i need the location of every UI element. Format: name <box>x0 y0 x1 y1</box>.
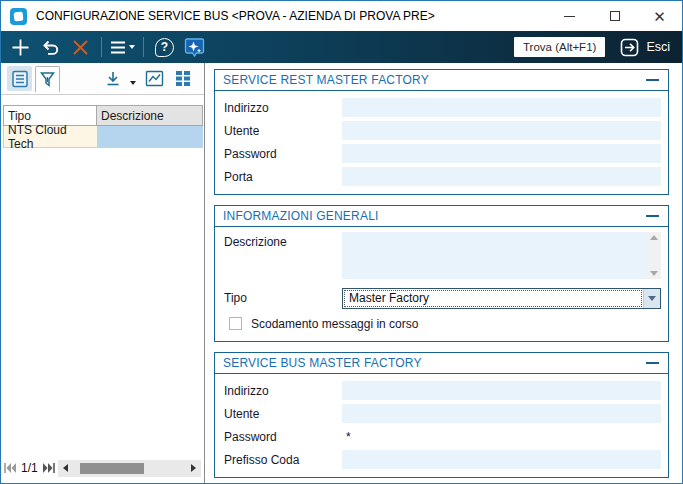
left-subtoolbar-right-group <box>100 66 198 91</box>
minimize-icon <box>564 16 575 17</box>
hamburger-icon <box>110 41 126 54</box>
first-record-icon[interactable] <box>4 463 16 473</box>
menu-caret-icon <box>129 45 135 49</box>
minus-icon <box>646 362 659 364</box>
collapse-section-button[interactable] <box>645 209 659 223</box>
delete-x-icon <box>72 39 89 56</box>
descrizione-textarea[interactable] <box>342 232 661 279</box>
minimize-button[interactable] <box>547 1 592 31</box>
window-title: CONFIGURAZIONE SERVICE BUS <PROVA - AZIE… <box>36 9 547 23</box>
chart-view-button[interactable] <box>142 66 167 91</box>
password-rest-input[interactable] <box>342 144 661 163</box>
collapse-section-button[interactable] <box>645 73 659 87</box>
records-table: Tipo Descrizione NTS Cloud Tech <box>1 95 204 148</box>
list-icon <box>11 70 29 88</box>
indirizzo-bus-input[interactable] <box>342 381 661 400</box>
utente-bus-input[interactable] <box>342 404 661 423</box>
field-row: Utente <box>224 402 661 425</box>
section-body: Descrizione Tipo Master Factory <box>215 227 668 341</box>
field-label-porta: Porta <box>224 170 342 184</box>
menu-button[interactable] <box>109 34 136 60</box>
title-bar: CONFIGURAZIONE SERVICE BUS <PROVA - AZIE… <box>1 1 682 31</box>
scrollbar-thumb[interactable] <box>80 463 144 474</box>
field-row: Prefisso Coda <box>224 448 661 471</box>
exit-button[interactable]: Esci <box>620 38 670 57</box>
toolbar-separator <box>143 37 144 57</box>
horizontal-scrollbar[interactable] <box>58 460 201 477</box>
section-title: INFORMAZIONI GENERALI <box>223 209 645 223</box>
close-button[interactable]: ✕ <box>637 1 682 31</box>
section-title: SERVICE BUS MASTER FACTORY <box>223 356 645 370</box>
maximize-button[interactable] <box>592 1 637 31</box>
field-row: Scodamento messaggi in corso <box>224 312 661 335</box>
help-icon: ? <box>155 38 174 57</box>
field-label-indirizzo: Indirizzo <box>224 384 342 398</box>
column-header-descrizione[interactable]: Descrizione <box>97 105 203 126</box>
field-label-indirizzo: Indirizzo <box>224 101 342 115</box>
section-header: SERVICE BUS MASTER FACTORY <box>215 353 668 374</box>
record-position: 1/1 <box>21 461 38 475</box>
field-label-password: Password <box>224 430 342 444</box>
section-header: INFORMAZIONI GENERALI <box>215 206 668 227</box>
grid-view-button[interactable] <box>170 66 195 91</box>
app-logo-icon <box>10 8 27 25</box>
collapse-section-button[interactable] <box>645 356 659 370</box>
export-download-button[interactable] <box>100 66 125 91</box>
scodamento-checkbox[interactable] <box>229 317 242 330</box>
tipo-combobox[interactable]: Master Factory <box>342 288 661 309</box>
field-row: Utente <box>224 119 661 142</box>
prefisso-coda-input[interactable] <box>342 450 661 469</box>
field-row: Indirizzo <box>224 379 661 402</box>
left-panel: Tipo Descrizione NTS Cloud Tech 1/1 <box>1 63 205 483</box>
indirizzo-rest-input[interactable] <box>342 98 661 117</box>
password-bus-input[interactable]: * <box>342 427 661 446</box>
ai-assistant-button[interactable] <box>181 34 208 60</box>
toolbar-separator <box>101 37 102 57</box>
field-label-password: Password <box>224 147 342 161</box>
filter-funnel-icon <box>39 71 56 88</box>
field-row: Password * <box>224 425 661 448</box>
field-label-utente: Utente <box>224 124 342 138</box>
field-label-utente: Utente <box>224 407 342 421</box>
content-area: Tipo Descrizione NTS Cloud Tech 1/1 <box>1 63 682 483</box>
scroll-down-icon[interactable] <box>650 271 658 276</box>
find-button[interactable]: Trova (Alt+F1) <box>514 37 605 57</box>
field-row: Porta <box>224 165 661 188</box>
minus-icon <box>646 79 659 81</box>
filter-view-button[interactable] <box>35 66 60 93</box>
descrizione-text[interactable] <box>342 232 647 279</box>
exit-label: Esci <box>646 40 670 54</box>
scroll-left-icon[interactable] <box>63 464 68 472</box>
cell-tipo[interactable]: NTS Cloud Tech <box>3 126 97 148</box>
porta-input[interactable] <box>342 167 661 186</box>
maximize-icon <box>610 11 620 21</box>
field-label-tipo: Tipo <box>224 291 342 305</box>
delete-button[interactable] <box>67 34 94 60</box>
detail-panel: SERVICE REST MASTER FACTORY Indirizzo Ut… <box>205 63 682 483</box>
list-view-button[interactable] <box>7 66 32 91</box>
record-navigator: 1/1 <box>1 456 204 483</box>
textarea-scrollbar[interactable] <box>647 232 661 279</box>
scroll-up-icon[interactable] <box>650 235 658 240</box>
exit-icon <box>620 38 639 57</box>
table-row[interactable]: NTS Cloud Tech <box>3 126 204 148</box>
new-record-button[interactable] <box>7 34 34 60</box>
download-icon <box>104 70 122 88</box>
scodamento-checkbox-label: Scodamento messaggi in corso <box>251 317 418 331</box>
undo-button[interactable] <box>37 34 64 60</box>
download-options-caret-icon[interactable] <box>130 81 136 85</box>
cell-descrizione[interactable] <box>97 126 203 148</box>
help-button[interactable]: ? <box>151 34 178 60</box>
last-record-icon[interactable] <box>43 463 55 473</box>
main-toolbar: ? Trova (Alt+F1) Esci <box>1 31 682 63</box>
scroll-right-icon[interactable] <box>191 464 196 472</box>
tipo-selected-value[interactable]: Master Factory <box>344 290 642 307</box>
minus-icon <box>646 215 659 217</box>
field-row: Indirizzo <box>224 96 661 119</box>
utente-rest-input[interactable] <box>342 121 661 140</box>
tipo-dropdown-button[interactable] <box>643 289 660 308</box>
section-body: Indirizzo Utente Password Porta <box>215 91 668 194</box>
section-informazioni-generali: INFORMAZIONI GENERALI Descrizione <box>214 205 669 342</box>
plus-icon <box>11 38 30 57</box>
field-label-descrizione: Descrizione <box>224 232 342 249</box>
